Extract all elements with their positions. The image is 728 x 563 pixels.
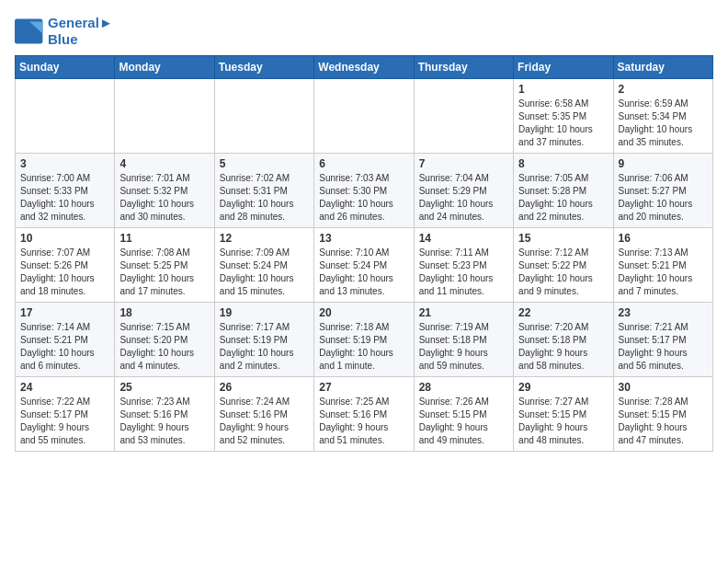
- calendar-cell: 30Sunrise: 7:28 AMSunset: 5:15 PMDayligh…: [613, 377, 712, 452]
- calendar-table: SundayMondayTuesdayWednesdayThursdayFrid…: [15, 55, 713, 452]
- page-header: General►Blue: [15, 15, 713, 48]
- calendar-cell: 10Sunrise: 7:07 AMSunset: 5:26 PMDayligh…: [16, 228, 115, 303]
- day-number: 27: [319, 381, 408, 394]
- calendar-cell: 23Sunrise: 7:21 AMSunset: 5:17 PMDayligh…: [613, 303, 712, 377]
- calendar-cell: 4Sunrise: 7:01 AMSunset: 5:32 PMDaylight…: [115, 154, 214, 228]
- day-info: Sunrise: 7:01 AMSunset: 5:32 PMDaylight:…: [119, 172, 209, 224]
- day-info: Sunrise: 7:03 AMSunset: 5:30 PMDaylight:…: [319, 172, 408, 224]
- calendar-cell: 22Sunrise: 7:20 AMSunset: 5:18 PMDayligh…: [514, 303, 613, 377]
- day-number: 13: [319, 232, 408, 245]
- col-header-thursday: Thursday: [414, 56, 513, 79]
- day-info: Sunrise: 7:26 AMSunset: 5:15 PMDaylight:…: [419, 396, 508, 447]
- day-info: Sunrise: 6:58 AMSunset: 5:35 PMDaylight:…: [518, 98, 608, 149]
- day-info: Sunrise: 7:02 AMSunset: 5:31 PMDaylight:…: [220, 172, 309, 224]
- day-number: 25: [119, 381, 209, 394]
- calendar-cell: 2Sunrise: 6:59 AMSunset: 5:34 PMDaylight…: [613, 79, 712, 154]
- day-info: Sunrise: 7:10 AMSunset: 5:24 PMDaylight:…: [319, 247, 408, 298]
- day-info: Sunrise: 7:13 AMSunset: 5:21 PMDaylight:…: [619, 247, 708, 298]
- day-number: 18: [119, 306, 209, 319]
- day-number: 15: [518, 232, 608, 245]
- day-number: 30: [619, 381, 708, 394]
- calendar-cell: 19Sunrise: 7:17 AMSunset: 5:19 PMDayligh…: [214, 303, 313, 377]
- day-info: Sunrise: 7:20 AMSunset: 5:18 PMDaylight:…: [518, 321, 608, 373]
- day-info: Sunrise: 7:12 AMSunset: 5:22 PMDaylight:…: [518, 247, 608, 298]
- day-number: 14: [419, 232, 508, 245]
- day-number: 20: [319, 306, 408, 319]
- day-number: 24: [20, 381, 109, 394]
- week-row-3: 10Sunrise: 7:07 AMSunset: 5:26 PMDayligh…: [16, 228, 713, 303]
- day-number: 5: [220, 157, 309, 170]
- day-info: Sunrise: 7:24 AMSunset: 5:16 PMDaylight:…: [220, 396, 309, 447]
- day-info: Sunrise: 7:00 AMSunset: 5:33 PMDaylight:…: [20, 172, 109, 224]
- day-info: Sunrise: 7:06 AMSunset: 5:27 PMDaylight:…: [619, 172, 708, 224]
- day-number: 26: [220, 381, 309, 394]
- calendar-cell: 12Sunrise: 7:09 AMSunset: 5:24 PMDayligh…: [214, 228, 313, 303]
- calendar-cell: 8Sunrise: 7:05 AMSunset: 5:28 PMDaylight…: [514, 154, 613, 228]
- day-info: Sunrise: 7:08 AMSunset: 5:25 PMDaylight:…: [119, 247, 209, 298]
- calendar-cell: 26Sunrise: 7:24 AMSunset: 5:16 PMDayligh…: [214, 377, 313, 452]
- day-number: 7: [419, 157, 508, 170]
- calendar-cell: 9Sunrise: 7:06 AMSunset: 5:27 PMDaylight…: [613, 154, 712, 228]
- calendar-cell: 29Sunrise: 7:27 AMSunset: 5:15 PMDayligh…: [514, 377, 613, 452]
- day-info: Sunrise: 7:22 AMSunset: 5:17 PMDaylight:…: [20, 396, 109, 447]
- logo-text: General►Blue: [48, 15, 113, 48]
- calendar-cell: [214, 79, 313, 154]
- day-number: 8: [518, 157, 608, 170]
- logo-icon: [15, 18, 44, 44]
- week-row-1: 1Sunrise: 6:58 AMSunset: 5:35 PMDaylight…: [16, 79, 713, 154]
- day-number: 6: [319, 157, 408, 170]
- day-info: Sunrise: 7:23 AMSunset: 5:16 PMDaylight:…: [119, 396, 209, 447]
- week-row-2: 3Sunrise: 7:00 AMSunset: 5:33 PMDaylight…: [16, 154, 713, 228]
- calendar-cell: [314, 79, 414, 154]
- day-info: Sunrise: 7:27 AMSunset: 5:15 PMDaylight:…: [518, 396, 608, 447]
- day-number: 28: [419, 381, 508, 394]
- calendar-cell: 20Sunrise: 7:18 AMSunset: 5:19 PMDayligh…: [314, 303, 414, 377]
- calendar-cell: 16Sunrise: 7:13 AMSunset: 5:21 PMDayligh…: [613, 228, 712, 303]
- day-info: Sunrise: 7:28 AMSunset: 5:15 PMDaylight:…: [619, 396, 708, 447]
- calendar-cell: 14Sunrise: 7:11 AMSunset: 5:23 PMDayligh…: [414, 228, 513, 303]
- day-number: 11: [119, 232, 209, 245]
- calendar-cell: 21Sunrise: 7:19 AMSunset: 5:18 PMDayligh…: [414, 303, 513, 377]
- calendar-cell: 24Sunrise: 7:22 AMSunset: 5:17 PMDayligh…: [16, 377, 115, 452]
- day-number: 29: [518, 381, 608, 394]
- col-header-saturday: Saturday: [613, 56, 712, 79]
- calendar-cell: [414, 79, 513, 154]
- day-info: Sunrise: 7:21 AMSunset: 5:17 PMDaylight:…: [619, 321, 708, 373]
- calendar-cell: [115, 79, 214, 154]
- day-number: 2: [619, 83, 708, 96]
- day-number: 4: [119, 157, 209, 170]
- calendar-cell: 7Sunrise: 7:04 AMSunset: 5:29 PMDaylight…: [414, 154, 513, 228]
- week-row-5: 24Sunrise: 7:22 AMSunset: 5:17 PMDayligh…: [16, 377, 713, 452]
- day-number: 3: [20, 157, 109, 170]
- day-info: Sunrise: 7:25 AMSunset: 5:16 PMDaylight:…: [319, 396, 408, 447]
- day-number: 10: [20, 232, 109, 245]
- calendar-cell: 28Sunrise: 7:26 AMSunset: 5:15 PMDayligh…: [414, 377, 513, 452]
- day-number: 9: [619, 157, 708, 170]
- day-number: 16: [619, 232, 708, 245]
- logo: General►Blue: [15, 15, 113, 48]
- calendar-cell: 11Sunrise: 7:08 AMSunset: 5:25 PMDayligh…: [115, 228, 214, 303]
- day-number: 19: [220, 306, 309, 319]
- day-number: 23: [619, 306, 708, 319]
- calendar-cell: [16, 79, 115, 154]
- calendar-cell: 18Sunrise: 7:15 AMSunset: 5:20 PMDayligh…: [115, 303, 214, 377]
- day-info: Sunrise: 7:17 AMSunset: 5:19 PMDaylight:…: [220, 321, 309, 373]
- day-number: 1: [518, 83, 608, 96]
- day-info: Sunrise: 7:07 AMSunset: 5:26 PMDaylight:…: [20, 247, 109, 298]
- day-info: Sunrise: 7:09 AMSunset: 5:24 PMDaylight:…: [220, 247, 309, 298]
- day-info: Sunrise: 7:18 AMSunset: 5:19 PMDaylight:…: [319, 321, 408, 373]
- calendar-cell: 15Sunrise: 7:12 AMSunset: 5:22 PMDayligh…: [514, 228, 613, 303]
- calendar-cell: 6Sunrise: 7:03 AMSunset: 5:30 PMDaylight…: [314, 154, 414, 228]
- day-info: Sunrise: 7:05 AMSunset: 5:28 PMDaylight:…: [518, 172, 608, 224]
- calendar-cell: 17Sunrise: 7:14 AMSunset: 5:21 PMDayligh…: [16, 303, 115, 377]
- col-header-friday: Friday: [514, 56, 613, 79]
- day-info: Sunrise: 7:04 AMSunset: 5:29 PMDaylight:…: [419, 172, 508, 224]
- day-number: 17: [20, 306, 109, 319]
- day-info: Sunrise: 7:15 AMSunset: 5:20 PMDaylight:…: [119, 321, 209, 373]
- day-info: Sunrise: 7:11 AMSunset: 5:23 PMDaylight:…: [419, 247, 508, 298]
- calendar-cell: 13Sunrise: 7:10 AMSunset: 5:24 PMDayligh…: [314, 228, 414, 303]
- day-number: 21: [419, 306, 508, 319]
- day-info: Sunrise: 7:14 AMSunset: 5:21 PMDaylight:…: [20, 321, 109, 373]
- col-header-tuesday: Tuesday: [214, 56, 313, 79]
- day-number: 12: [220, 232, 309, 245]
